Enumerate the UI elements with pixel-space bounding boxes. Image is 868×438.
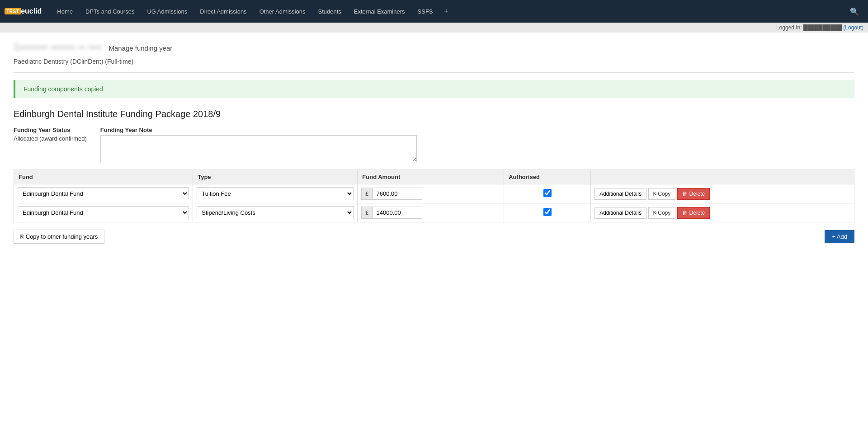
type-select-0[interactable]: Tuition Fee [197, 187, 354, 200]
amount-cell-1: £ [358, 203, 504, 222]
fund-table: Fund Type Fund Amount Authorised Edinbur… [14, 170, 854, 222]
authorised-checkbox-1[interactable] [543, 208, 552, 216]
status-label: Funding Year Status [14, 127, 87, 133]
amount-cell-0: £ [358, 184, 504, 203]
note-group: Funding Year Note [100, 127, 417, 162]
actions-cell-0: Additional Details⎘ Copy🗑 Delete [591, 184, 854, 203]
delete-icon: 🗑 [682, 191, 689, 197]
col-fund: Fund [14, 170, 193, 184]
nav-home[interactable]: Home [51, 0, 79, 23]
authorised-cell-1 [504, 203, 591, 222]
pound-sign-1: £ [361, 207, 372, 219]
amount-input-1[interactable] [373, 207, 422, 219]
delete-button-1[interactable]: 🗑 Delete [677, 207, 710, 219]
table-row: Edinburgh Dental FundTuition Fee£Additio… [14, 184, 854, 203]
type-select-1[interactable]: Stipend/Living Costs [197, 206, 354, 219]
table-row: Edinburgh Dental FundStipend/Living Cost… [14, 203, 854, 222]
logout-link[interactable]: (Logout) [843, 24, 863, 31]
note-label: Funding Year Note [100, 127, 417, 133]
col-amount: Fund Amount [358, 170, 504, 184]
table-header-row: Fund Type Fund Amount Authorised [14, 170, 854, 184]
fund-select-1[interactable]: Edinburgh Dental Fund [18, 206, 189, 219]
delete-button-0[interactable]: 🗑 Delete [677, 188, 710, 200]
nav-ssfs[interactable]: SSFS [411, 0, 439, 23]
section-title: Edinburgh Dental Institute Funding Packa… [14, 109, 854, 119]
nav-direct[interactable]: Direct Admissions [193, 0, 253, 23]
logged-in-bar: Logged In: ██████████ (Logout) [0, 23, 868, 33]
copy-to-other-years-button[interactable]: ⎘ Copy to other funding years [14, 230, 104, 244]
pound-sign-0: £ [361, 188, 372, 200]
copy-icon: ⎘ [653, 191, 658, 197]
authorised-checkbox-0[interactable] [543, 189, 552, 197]
fund-select-0[interactable]: Edinburgh Dental Fund [18, 187, 189, 200]
copy-to-other-years-label: Copy to other funding years [26, 233, 98, 240]
col-actions [591, 170, 854, 184]
success-text: Funding components copied [24, 85, 103, 93]
nav-plus[interactable]: + [439, 0, 453, 23]
funding-year-note[interactable] [100, 135, 417, 162]
divider [14, 72, 854, 73]
amount-input-0[interactable] [373, 188, 422, 200]
logo-test: TEST [5, 8, 21, 14]
logged-in-user: ██████████ [803, 24, 843, 31]
nav-other[interactable]: Other Admissions [253, 0, 312, 23]
copy-icon: ⎘ [653, 210, 658, 216]
logo-euclid: euclid [21, 7, 42, 15]
funding-year-form: Funding Year Status Allocated (award con… [14, 127, 854, 162]
manage-funding-year: Manage funding year [108, 44, 172, 52]
page-header: S•••••••• ••••••• •• •••• Manage funding… [14, 42, 854, 55]
col-authorised: Authorised [504, 170, 591, 184]
action-row: ⎘ Copy to other funding years + Add [14, 230, 854, 244]
copy-icon: ⎘ [20, 233, 26, 240]
nav-examiners[interactable]: External Examiners [348, 0, 411, 23]
authorised-cell-0 [504, 184, 591, 203]
logo: TEST euclid [5, 7, 42, 15]
fund-cell-1: Edinburgh Dental Fund [14, 203, 193, 222]
nav-links: Home DPTs and Courses UG Admissions Dire… [51, 0, 845, 23]
copy-button-0[interactable]: ⎘ Copy [648, 188, 675, 200]
nav-students[interactable]: Students [312, 0, 348, 23]
subtitle: Paediatric Dentistry (DClinDent) (Full-t… [14, 58, 854, 65]
page-title-blurred: S•••••••• ••••••• •• •••• [14, 42, 102, 53]
search-button[interactable]: 🔍 [845, 7, 863, 16]
actions-cell-1: Additional Details⎘ Copy🗑 Delete [591, 203, 854, 222]
copy-button-1[interactable]: ⎘ Copy [648, 207, 675, 219]
type-cell-0: Tuition Fee [193, 184, 358, 203]
nav-ug[interactable]: UG Admissions [141, 0, 193, 23]
status-value: Allocated (award confirmed) [14, 135, 87, 142]
delete-icon: 🗑 [682, 210, 689, 216]
status-group: Funding Year Status Allocated (award con… [14, 127, 87, 162]
nav-dpts[interactable]: DPTs and Courses [79, 0, 141, 23]
page-content: S•••••••• ••••••• •• •••• Manage funding… [0, 33, 868, 434]
logged-in-label: Logged In: [776, 24, 802, 31]
col-type: Type [193, 170, 358, 184]
success-banner: Funding components copied [14, 80, 854, 98]
add-button[interactable]: + Add [825, 230, 854, 243]
fund-cell-0: Edinburgh Dental Fund [14, 184, 193, 203]
additional-details-button-0[interactable]: Additional Details [594, 188, 646, 200]
additional-details-button-1[interactable]: Additional Details [594, 207, 646, 219]
navbar: TEST euclid Home DPTs and Courses UG Adm… [0, 0, 868, 23]
type-cell-1: Stipend/Living Costs [193, 203, 358, 222]
page-bottom: Back Save [0, 434, 868, 438]
